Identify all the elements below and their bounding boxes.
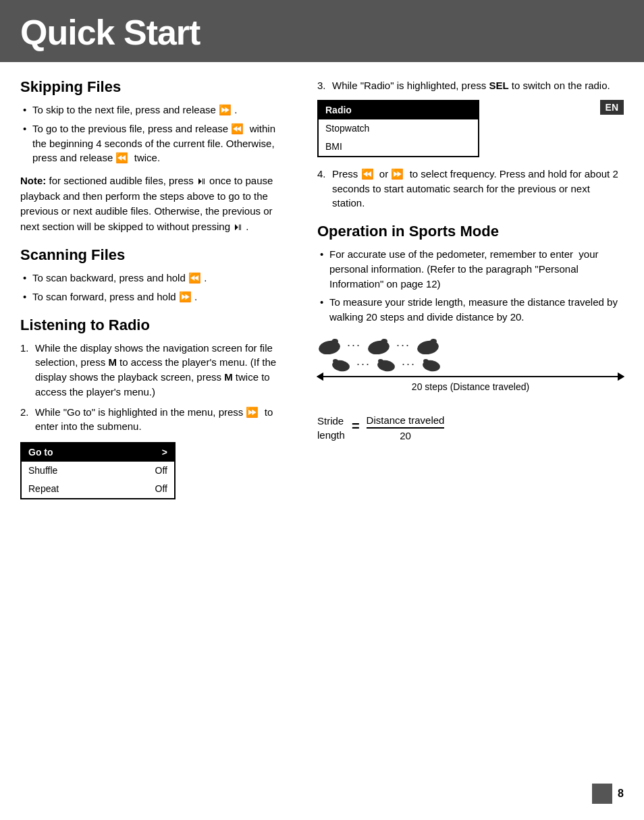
equals-sign: = <box>352 418 360 437</box>
sports-mode-title: Operation in Sports Mode <box>317 223 624 240</box>
foot-icon <box>367 337 391 354</box>
radio-menu-row-radio: Radio <box>319 101 478 119</box>
dots-icon: ··· <box>402 357 416 371</box>
foot-icon <box>317 337 342 354</box>
menu-value: Off <box>155 482 167 496</box>
page-title: Quick Start <box>20 12 624 53</box>
dots-icon: ··· <box>356 357 371 371</box>
radio-menu-row-stopwatch: Stopwatch <box>319 119 478 138</box>
list-item: To measure your stride length, measure t… <box>317 295 624 325</box>
menu-value: Off <box>155 464 167 478</box>
radio-menu-row-bmi: BMI <box>319 138 478 156</box>
stride-line1: Stride <box>317 414 345 428</box>
list-item: To scan backward, press and hold ⏪ . <box>20 271 290 285</box>
list-item: To scan forward, press and hold ⏩ . <box>20 290 290 304</box>
radio-step4: Press ⏪ or ⏩ to select frequency. Press … <box>317 167 624 211</box>
list-item: To go to the previous file, press and re… <box>20 121 290 165</box>
listening-radio-steps: While the display shows the navigation s… <box>20 341 290 435</box>
menu-label: Go to <box>28 445 53 460</box>
dots-icon: ··· <box>347 338 361 352</box>
language-badge: EN <box>600 100 624 115</box>
foot-icon <box>416 337 440 354</box>
list-item: Press ⏪ or ⏩ to select frequency. Press … <box>317 167 624 211</box>
radio-steps-continued: While "Radio" is highlighted, press SEL … <box>317 78 624 93</box>
foot-icon <box>331 357 351 372</box>
menu-label: Repeat <box>28 482 59 496</box>
list-item: To skip to the next file, press and rele… <box>20 103 290 117</box>
foot-icon <box>421 357 441 372</box>
list-item: For accurate use of the pedometer, remem… <box>317 247 624 291</box>
left-column: Skipping Files To skip to the next file,… <box>20 78 311 509</box>
menu-row-goto: Go to > <box>22 443 174 462</box>
skipping-note: Note: for sectioned audible files, press… <box>20 173 290 234</box>
listening-radio-title: Listening to Radio <box>20 317 290 334</box>
scanning-files-title: Scanning Files <box>20 246 290 264</box>
menu-label: Radio <box>325 103 352 117</box>
page-number: 8 <box>618 788 624 800</box>
distance-arrow <box>317 376 624 377</box>
fraction-denominator: 20 <box>400 429 411 441</box>
menu-label: BMI <box>325 140 342 154</box>
foot-icon <box>376 357 396 372</box>
right-column: While "Radio" is highlighted, press SEL … <box>311 78 624 509</box>
list-item: While the display shows the navigation s… <box>20 341 290 400</box>
list-item: While "Go to" is highlighted in the menu… <box>20 405 290 435</box>
skipping-files-title: Skipping Files <box>20 78 290 96</box>
fraction: Distance traveled 20 <box>367 414 445 441</box>
page-number-area: 8 <box>592 784 624 804</box>
stride-label: Stride length <box>317 414 345 442</box>
menu-label: Shuffle <box>28 464 57 478</box>
scanning-files-list: To scan backward, press and hold ⏪ . To … <box>20 271 290 304</box>
stride-formula: Stride length = Distance traveled 20 <box>317 414 624 442</box>
stride-line2: length <box>317 428 345 442</box>
menu-row-shuffle: Shuffle Off <box>22 462 174 480</box>
main-content: Skipping Files To skip to the next file,… <box>0 78 644 509</box>
goto-menu-box: Go to > Shuffle Off Repeat Off <box>20 442 176 499</box>
arrow-line <box>317 376 624 377</box>
menu-label: Stopwatch <box>325 121 369 136</box>
menu-row-repeat: Repeat Off <box>22 480 174 498</box>
page-box <box>592 784 612 804</box>
sports-mode-list: For accurate use of the pedometer, remem… <box>317 247 624 325</box>
footstep-caption: 20 steps (Distance traveled) <box>317 381 624 392</box>
dots-icon: ··· <box>396 338 410 352</box>
page-header: Quick Start <box>0 0 644 62</box>
footstep-diagram: ··· ··· ··· <box>317 337 624 392</box>
menu-value: > <box>162 445 167 460</box>
note-label: Note: <box>20 175 46 186</box>
fraction-numerator: Distance traveled <box>367 414 445 427</box>
list-item: While "Radio" is highlighted, press SEL … <box>317 78 624 93</box>
skipping-files-list: To skip to the next file, press and rele… <box>20 103 290 165</box>
radio-menu-box: Radio Stopwatch BMI <box>317 100 479 157</box>
